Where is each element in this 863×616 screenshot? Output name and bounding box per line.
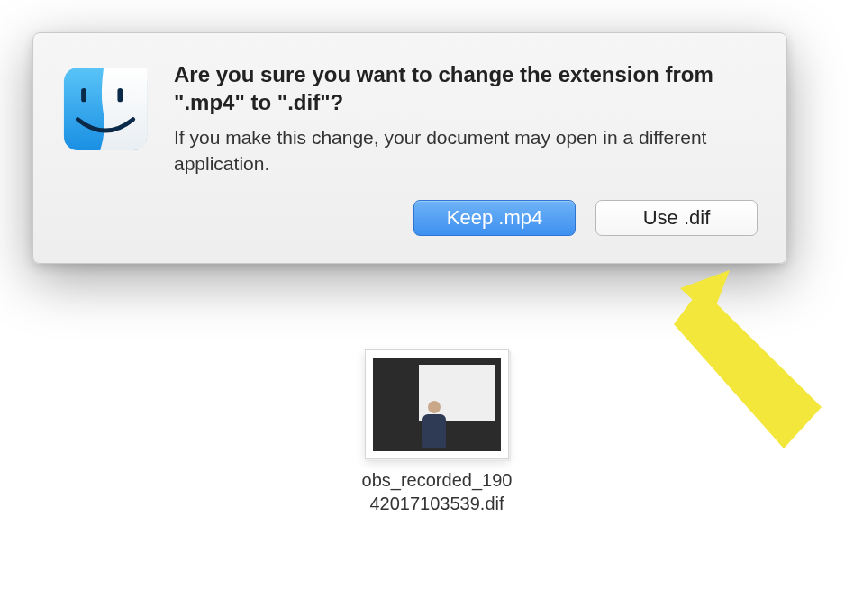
file-thumbnail [365,349,509,459]
dialog-body: Are you sure you want to change the exte… [62,60,758,236]
file-name-line2: 42017103539.dif [369,494,504,513]
use-new-extension-button[interactable]: Use .dif [595,200,758,236]
file-item[interactable]: obs_recorded_190 42017103539.dif [347,349,527,515]
svg-marker-4 [674,288,822,448]
svg-rect-1 [81,88,86,102]
extension-change-dialog: Are you sure you want to change the exte… [32,32,787,264]
dialog-button-row: Keep .mp4 Use .dif [174,200,758,236]
annotation-arrow [631,261,838,472]
dialog-text-area: Are you sure you want to change the exte… [174,60,758,236]
file-name-line1: obs_recorded_190 [362,470,513,490]
dialog-message: If you make this change, your document m… [174,125,758,177]
svg-marker-3 [680,270,730,317]
dialog-title: Are you sure you want to change the exte… [174,60,758,116]
keep-extension-button[interactable]: Keep .mp4 [413,200,576,236]
finder-icon [62,66,149,152]
file-name-label: obs_recorded_190 42017103539.dif [347,468,527,515]
svg-rect-2 [117,88,123,102]
